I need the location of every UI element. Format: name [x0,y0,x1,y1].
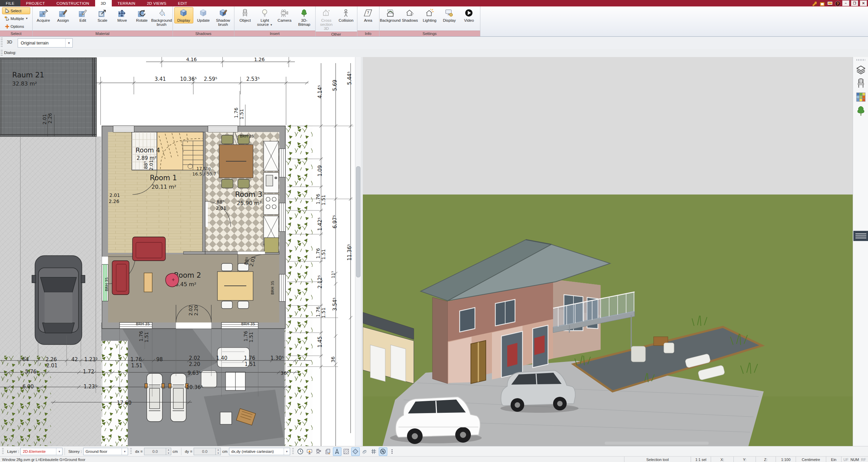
grid-icon[interactable] [370,447,378,456]
background-button[interactable]: Background [381,7,400,23]
plan-text-label: BRH 35 [240,134,254,138]
close-button[interactable]: ✕ [860,0,867,6]
area-button[interactable]: ?Area [359,7,378,23]
layer-select[interactable]: 2D-Elemente▼ [20,448,63,455]
plan-text-label: 5.69 [332,80,338,91]
tab-3d[interactable]: 3D [95,0,112,6]
assign-button[interactable]: Assign [54,7,73,23]
monitor-star-icon[interactable] [305,447,314,456]
dx-input[interactable]: 0.0▲▼ [144,448,171,455]
hatch-icon[interactable] [342,447,351,456]
toolbar-grip[interactable] [130,448,132,455]
edit-button[interactable]: Edit [73,7,92,23]
tab-2d-views[interactable]: 2D VIEWS [141,0,172,6]
multiple-button[interactable]: Multiple▼ [2,15,30,22]
layers-small-icon[interactable] [324,447,332,456]
display-button[interactable]: Display [440,7,459,23]
house-plan [102,126,285,329]
plan-text-label: 42 [71,356,78,363]
grid-brush-icon [59,8,68,18]
plan-text-label: 1.76 [244,355,255,361]
plan-text-label: 1.51 [321,249,326,260]
dy-input[interactable]: 0.0▲▼ [194,448,221,455]
video-button[interactable]: Video [460,7,479,23]
plan-text-label: 2.02 [188,305,193,316]
plan-text-label: 1.76 [315,194,321,204]
plan-text-label: 3.41 [155,76,166,82]
view-toolbar: 3D Original terrain ▼ [0,37,868,49]
object-button[interactable]: Object [236,7,255,23]
plants-tree-icon[interactable] [855,105,866,116]
plan-text-label: 1.76 [233,108,239,118]
chevron-down-icon[interactable]: ▼ [65,39,72,47]
staircase [157,132,203,170]
view-3d-pane[interactable] [363,57,853,446]
camera-icon [280,8,289,18]
plan-text-label: 2.01 [46,363,57,369]
shadow-brush-button[interactable]: Shadow brush [214,7,233,27]
view-3d-horizontal-scrollbar[interactable] [605,442,709,445]
toolbar-grip[interactable] [2,448,4,455]
plan-text-label: 17 Stg. [196,166,212,171]
materials-palette-icon[interactable] [855,91,866,103]
help-icon[interactable]: ? [834,1,840,6]
toolbar-grip[interactable] [292,448,294,455]
plan-text-label: Raum 21 [12,71,44,79]
tab-project[interactable]: PROJECT [20,0,51,6]
camera-button[interactable]: Camera [275,7,294,23]
layers-icon[interactable] [855,64,866,76]
clock-icon[interactable] [296,447,305,456]
catalog-box-icon[interactable] [819,1,825,6]
update-button[interactable]: Update [194,7,213,23]
toolbar-grip[interactable] [1,50,3,56]
cross-section-3d-button[interactable]: Cross section 3D [317,7,336,32]
shadows-button[interactable]: Shadows [401,7,420,23]
dots-vertical-icon[interactable] [388,447,396,456]
light-source-button[interactable]: Light source ▼ [255,7,274,27]
display-button[interactable]: Display [174,7,193,23]
divider [65,448,65,455]
rotate-button[interactable]: Rotate [132,7,152,23]
options-button[interactable]: Options [2,23,30,30]
plan-2d-pane[interactable]: Raum 2132.83 m²Room 42.89 m²Room 120.11 … [0,57,361,446]
move-button[interactable]: Move [113,7,132,23]
storey-select[interactable]: Ground floor▼ [83,448,128,455]
plan-text-label: 5.76 [25,369,36,375]
tools-wrench-icon[interactable] [811,1,817,6]
camera-small-icon[interactable] [315,447,323,456]
collision-button[interactable]: Collision [337,7,356,23]
plan-text-label: 1.76 [138,331,144,341]
tab-construction[interactable]: CONSTRUCTION [51,0,95,6]
coordinate-mode-select[interactable]: dx,dy (relative cartesian)▼ [229,448,290,455]
render-3d-canvas[interactable] [363,57,853,446]
acquire-button[interactable]: Acquire [34,7,53,23]
scale-button[interactable]: Scale [93,7,112,23]
restore-button[interactable]: ❐ [851,0,858,6]
contour-icon[interactable] [360,447,369,456]
tab-file[interactable]: FILE [0,0,20,6]
sidebar-grip[interactable] [856,59,865,61]
floor-plan-canvas[interactable]: Raum 2132.83 m²Room 42.89 m²Room 120.11 … [0,57,355,446]
plan-text-label: 20.11 m² [152,184,176,190]
plan-text-label: 2.59⁵ [204,76,217,82]
tab-terrain[interactable]: TERRAIN [112,0,141,6]
plan-vertical-scrollbar[interactable] [355,57,361,446]
furniture-chair-icon[interactable] [855,78,866,89]
select-button[interactable]: Select [2,7,30,14]
chair-icon [241,8,250,18]
flyout-handle[interactable] [853,231,868,241]
ribbon-group-label: Info [357,31,379,36]
north-arrow-icon[interactable] [333,447,341,456]
background-brush-button[interactable]: Background brush [152,7,171,27]
diamond-icon[interactable] [351,447,360,456]
terrain-select[interactable]: Original terrain ▼ [18,38,73,48]
monitor-icon[interactable] [827,1,833,6]
plan-text-label: Room 1 [150,174,177,182]
toolbar-grip[interactable] [1,38,3,48]
lighting-button[interactable]: Lighting [420,7,439,23]
3d-bitmap-button[interactable]: 3D-Bitmap [295,7,314,27]
n-circle-icon[interactable] [379,447,387,456]
tab-edit[interactable]: EDIT [172,0,193,6]
minimize-button[interactable]: – [842,0,849,6]
scrollbar-thumb[interactable] [356,166,360,277]
